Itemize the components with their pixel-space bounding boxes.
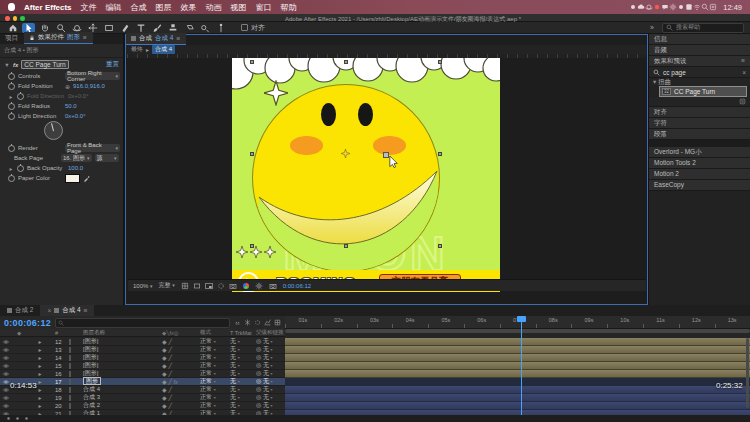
tool-orbit[interactable]	[70, 23, 83, 33]
dock-panel-Motion 2[interactable]: Motion 2	[649, 169, 750, 180]
stopwatch-icon[interactable]	[8, 83, 15, 90]
dock-panel-音频[interactable]: 音频	[649, 45, 750, 56]
layer-switches[interactable]: ◆ ╱	[162, 386, 200, 393]
layer-switches[interactable]: ◆ ╱ fx	[162, 378, 200, 385]
dock-panel-字符[interactable]: 字符	[649, 118, 750, 129]
layer-switches[interactable]: ◆ ╱	[162, 338, 200, 345]
layer-switches[interactable]: ◆ ╱	[162, 402, 200, 409]
layer-twirl[interactable]: ▸	[35, 402, 45, 409]
stopwatch-icon[interactable]	[17, 165, 24, 172]
tool-brush[interactable]	[150, 23, 163, 33]
menubar-menu[interactable]: 文件	[81, 3, 97, 12]
graph-icon[interactable]	[264, 319, 271, 326]
effect-result-item[interactable]: 32CC Page Turn	[659, 86, 747, 97]
snap-option[interactable]: 对齐	[241, 23, 265, 33]
layer-visibility-toggle[interactable]	[0, 394, 17, 400]
fast-preview-icon[interactable]	[255, 282, 263, 290]
layer-duration-bar[interactable]	[285, 394, 750, 402]
stopwatch-icon[interactable]	[8, 113, 15, 120]
layer-name[interactable]: [图形]	[83, 370, 98, 376]
help-search-box[interactable]: 搜索帮助	[662, 23, 744, 33]
dock-panel-Motion Tools 2[interactable]: Motion Tools 2	[649, 158, 750, 169]
layer-name[interactable]: 合成 2	[83, 402, 100, 408]
tool-roto[interactable]	[198, 23, 211, 33]
tool-pen[interactable]	[118, 23, 131, 33]
cti-handle[interactable]	[517, 316, 526, 322]
breadcrumb-current[interactable]: 合成 4	[152, 45, 175, 54]
dot-icon[interactable]	[629, 3, 637, 11]
layer-name-edit[interactable]: 图形	[83, 377, 101, 385]
twirl-down-icon[interactable]: ▾	[4, 61, 10, 69]
layer-twirl[interactable]: ▸	[35, 338, 45, 345]
controls-dropdown[interactable]: Bottom Right Corner▾	[65, 72, 120, 80]
stopwatch-icon[interactable]	[8, 103, 15, 110]
zoom-level-dropdown[interactable]: 100% ▾	[133, 283, 153, 289]
work-area-bar[interactable]	[285, 329, 750, 333]
layer-visibility-toggle[interactable]	[0, 370, 17, 376]
menubar-menu[interactable]: 视图	[231, 3, 247, 12]
layer-duration-bar[interactable]	[285, 378, 750, 386]
dock-panel-效果和预设[interactable]: 效果和预设≡	[649, 56, 750, 67]
mag-icon[interactable]	[701, 3, 709, 11]
snow-icon[interactable]	[244, 319, 251, 326]
light-direction-dial[interactable]	[44, 121, 63, 140]
menubar-menu[interactable]: 帮助	[281, 3, 297, 12]
column-mode[interactable]: 模式	[200, 329, 230, 336]
current-timecode[interactable]: 0:00:06:12	[4, 318, 51, 328]
twirl-right-icon[interactable]: ▸	[8, 93, 14, 100]
tool-eraser[interactable]	[182, 23, 195, 33]
fold-position-value[interactable]: 916.0,916.0	[73, 83, 105, 89]
dot-icon[interactable]	[677, 3, 685, 11]
light-direction-value[interactable]: 0x+0.0°	[65, 113, 86, 119]
menubar-menu[interactable]: 效果	[181, 3, 197, 12]
composition-viewer[interactable]: MOON	[127, 54, 646, 292]
layer-switches[interactable]: ◆ ╱	[162, 346, 200, 353]
layer-visibility-toggle[interactable]	[0, 346, 17, 352]
close-window-button[interactable]	[5, 16, 10, 21]
effects-search-box[interactable]: cc page×	[649, 67, 750, 78]
gear-icon[interactable]	[669, 3, 677, 11]
dock-panel-EaseCopy[interactable]: EaseCopy	[649, 180, 750, 191]
menubar-menu[interactable]: 动画	[206, 3, 222, 12]
layer-switches[interactable]: ◆ ╱	[162, 394, 200, 401]
selection-handle[interactable]	[438, 60, 442, 64]
panel-menu-icon[interactable]: ≡	[741, 56, 745, 66]
channel-icon[interactable]	[243, 283, 249, 289]
effects-category[interactable]: ▾ 扭曲	[649, 78, 750, 86]
layer-name[interactable]: [图形]	[83, 354, 98, 360]
layer-duration-bar[interactable]	[285, 402, 750, 410]
dock-panel-段落[interactable]: 段落	[649, 129, 750, 140]
layer-name[interactable]: [图形]	[83, 362, 98, 368]
column-trkmat[interactable]: T TrkMat	[230, 330, 256, 336]
menubar-menu[interactable]: 图层	[156, 3, 172, 12]
layer-visibility-toggle[interactable]	[0, 354, 17, 360]
selection-handle[interactable]	[344, 244, 348, 248]
apple-logo-icon[interactable]	[8, 3, 15, 11]
back-page-layer-dropdown[interactable]: 16. 图形▾	[61, 154, 92, 162]
tool-cursor[interactable]	[22, 23, 35, 33]
layer-twirl[interactable]: ▸	[35, 394, 45, 401]
minimize-window-button[interactable]	[13, 16, 18, 21]
selection-handle[interactable]	[250, 60, 254, 64]
position-crosshair-icon[interactable]: ⊕	[65, 83, 70, 90]
layer-switches[interactable]: ◆ ╱	[162, 362, 200, 369]
dot-icon[interactable]	[6, 416, 11, 421]
current-time-indicator[interactable]	[521, 316, 522, 420]
layer-switches[interactable]: ◆ ╱	[162, 354, 200, 361]
tool-panbehind[interactable]	[86, 23, 99, 33]
chat-icon[interactable]	[661, 3, 669, 11]
timeline-scrollbar[interactable]	[746, 338, 749, 408]
selection-handle[interactable]	[438, 244, 442, 248]
paper-color-swatch[interactable]	[65, 174, 80, 183]
panel-menu-icon[interactable]: ≡	[176, 35, 180, 42]
timeline-search-box[interactable]	[55, 318, 230, 328]
layer-visibility-toggle[interactable]	[0, 338, 17, 344]
grid-icon[interactable]	[181, 282, 189, 290]
tool-stamp[interactable]	[166, 23, 179, 33]
selection-handle[interactable]	[344, 60, 348, 64]
tool-type[interactable]	[134, 23, 147, 33]
back-page-source-dropdown[interactable]: 源▾	[95, 154, 119, 162]
layer-visibility-toggle[interactable]	[0, 362, 17, 368]
menubar-menu[interactable]: 合成	[131, 3, 147, 12]
boxa-icon[interactable]	[685, 3, 693, 11]
